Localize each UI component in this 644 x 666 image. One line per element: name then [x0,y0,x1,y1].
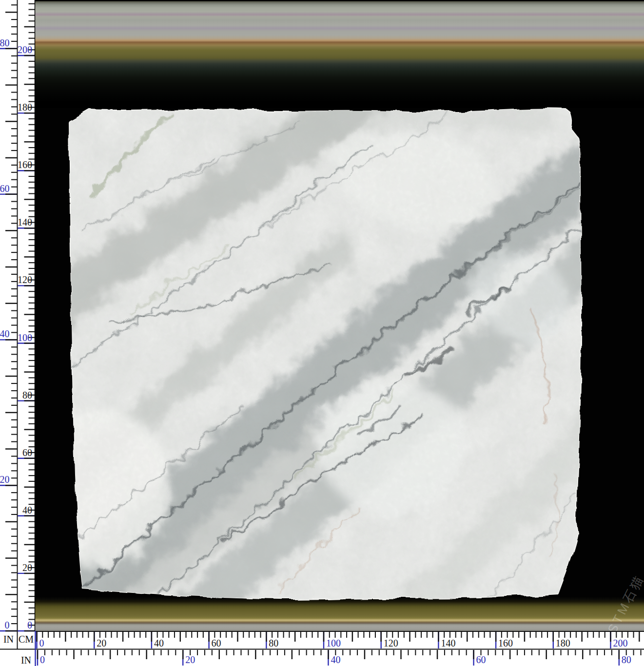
svg-text:20: 20 [0,474,10,485]
svg-text:80: 80 [22,390,32,400]
svg-text:0: 0 [40,654,45,665]
svg-text:20: 20 [97,638,106,648]
svg-text:120: 120 [384,638,398,648]
svg-text:160: 160 [18,159,32,170]
svg-text:200: 200 [613,638,628,648]
svg-text:60: 60 [22,447,32,458]
svg-text:200: 200 [18,44,32,55]
svg-text:80: 80 [622,654,631,665]
svg-text:80: 80 [269,638,278,648]
svg-text:40: 40 [0,328,10,339]
corner-cm-unit-label: CM [17,634,35,645]
svg-text:20: 20 [22,562,32,573]
bottom-inch-unit-label: IN [17,655,35,666]
svg-text:100: 100 [18,332,32,343]
svg-text:120: 120 [18,274,32,285]
svg-text:140: 140 [18,217,32,228]
measurement-rulers: 0204060800204060801001201401601802000204… [0,0,644,666]
svg-text:60: 60 [476,654,486,665]
svg-text:60: 60 [212,638,221,648]
svg-text:20: 20 [185,654,195,665]
svg-text:40: 40 [331,654,340,665]
svg-text:180: 180 [556,638,570,648]
ruler-frame-lines [0,0,644,666]
svg-text:160: 160 [498,638,513,648]
svg-text:40: 40 [154,638,164,648]
svg-text:140: 140 [441,638,455,648]
svg-text:180: 180 [18,102,32,113]
svg-text:0: 0 [39,638,44,648]
svg-text:0: 0 [27,620,32,630]
slab-scan-view: STM石猫 0204060800204060801001201401601802… [0,0,644,666]
svg-text:60: 60 [0,183,10,194]
svg-text:40: 40 [22,505,32,515]
corner-inch-unit-label: IN [0,634,17,645]
svg-text:80: 80 [0,38,10,48]
svg-text:100: 100 [326,638,341,648]
svg-text:0: 0 [5,620,10,630]
